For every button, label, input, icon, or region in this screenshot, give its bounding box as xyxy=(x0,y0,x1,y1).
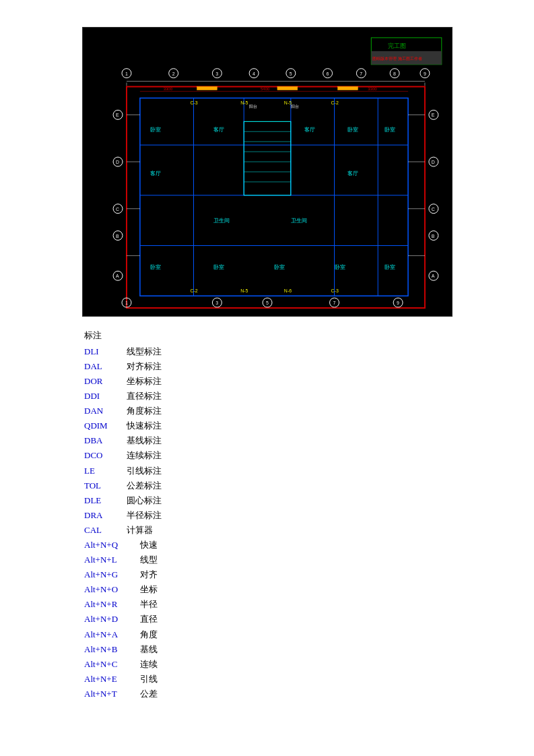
command-item: DBA 基线标注 xyxy=(84,433,453,448)
command-desc: 坐标标注 xyxy=(125,374,162,389)
command-desc: 线型标注 xyxy=(125,344,162,359)
shortcut-item: Alt+N+R 半径 xyxy=(84,597,453,612)
svg-text:B: B xyxy=(116,234,119,239)
command-desc: 基线标注 xyxy=(125,433,162,448)
command-item: DDI 直径标注 xyxy=(84,389,453,404)
svg-text:9: 9 xyxy=(423,71,426,76)
command-item: LE 引线标注 xyxy=(84,464,453,478)
shortcut-key: Alt+N+C xyxy=(84,657,138,672)
shortcut-desc: 对齐 xyxy=(138,567,158,582)
shortcut-key: Alt+N+T xyxy=(84,687,138,701)
svg-text:客厅: 客厅 xyxy=(304,127,314,133)
shortcut-key: Alt+N+O xyxy=(84,582,138,597)
svg-text:D: D xyxy=(116,160,119,164)
svg-rect-94 xyxy=(277,87,297,90)
svg-text:5: 5 xyxy=(266,301,269,305)
command-item: QDIM 快速标注 xyxy=(84,418,453,433)
shortcut-desc: 直径 xyxy=(138,612,158,627)
svg-text:卧室: 卧室 xyxy=(385,127,395,133)
shortcut-item: Alt+N+A 角度 xyxy=(84,627,453,642)
svg-text:3: 3 xyxy=(215,301,218,305)
svg-text:E: E xyxy=(116,113,119,117)
svg-text:B: B xyxy=(431,234,434,239)
command-item: CAL 计算器 xyxy=(84,523,453,538)
svg-text:卧室: 卧室 xyxy=(385,264,395,270)
shortcut-desc: 快速 xyxy=(138,538,158,553)
command-desc: 半径标注 xyxy=(125,508,162,523)
command-item: DAN 角度标注 xyxy=(84,404,453,418)
command-key: DAL xyxy=(84,359,125,374)
shortcut-item: Alt+N+O 坐标 xyxy=(84,582,453,597)
svg-text:C: C xyxy=(431,207,434,212)
svg-text:卧室: 卧室 xyxy=(347,127,358,133)
svg-text:C: C xyxy=(116,207,119,212)
command-key: DAN xyxy=(84,404,125,418)
svg-text:E: E xyxy=(431,113,434,117)
page-container: 完工图 图纸版本管理 施工图工作者 1 2 3 4 5 6 7 8 9 xyxy=(0,0,534,728)
shortcut-desc: 基线 xyxy=(138,642,158,657)
svg-text:9: 9 xyxy=(397,301,399,305)
shortcut-key: Alt+N+G xyxy=(84,567,138,582)
shortcut-desc: 半径 xyxy=(138,597,158,612)
command-desc: 计算器 xyxy=(125,523,153,538)
svg-text:D: D xyxy=(431,160,434,164)
command-desc: 快速标注 xyxy=(125,418,162,433)
svg-text:7: 7 xyxy=(333,301,335,305)
command-desc: 连续标注 xyxy=(125,448,162,463)
section-header: 标注 xyxy=(84,329,453,343)
command-key: LE xyxy=(84,464,125,478)
command-item: DAL 对齐标注 xyxy=(84,359,453,374)
command-key: CAL xyxy=(84,523,125,538)
svg-text:卫生间: 卫生间 xyxy=(290,218,306,224)
svg-text:客厅: 客厅 xyxy=(149,170,160,177)
svg-text:8: 8 xyxy=(393,71,396,76)
command-desc: 对齐标注 xyxy=(125,359,162,374)
svg-text:卧室: 卧室 xyxy=(149,264,160,270)
svg-text:N-5: N-5 xyxy=(240,100,248,105)
shortcut-item: Alt+N+C 连续 xyxy=(84,657,453,672)
command-item: DLI 线型标注 xyxy=(84,344,453,359)
shortcut-item: Alt+N+D 直径 xyxy=(84,612,453,627)
svg-text:1: 1 xyxy=(125,301,127,305)
command-item: DLE 圆心标注 xyxy=(84,493,453,508)
svg-text:5: 5 xyxy=(289,71,292,76)
command-item: DOR 坐标标注 xyxy=(84,374,453,389)
shortcut-desc: 角度 xyxy=(138,627,158,642)
svg-text:5400: 5400 xyxy=(261,87,270,91)
svg-text:3300: 3300 xyxy=(163,87,172,91)
svg-text:卧室: 卧室 xyxy=(213,264,224,270)
shortcut-key: Alt+N+R xyxy=(84,597,138,612)
svg-text:3300: 3300 xyxy=(368,87,377,91)
command-key: DOR xyxy=(84,374,125,389)
shortcut-desc: 公差 xyxy=(138,687,158,701)
svg-text:卫生间: 卫生间 xyxy=(213,218,230,224)
svg-text:C-3: C-3 xyxy=(190,100,197,105)
command-key: TOL xyxy=(84,478,125,493)
shortcut-desc: 连续 xyxy=(138,657,158,672)
shortcut-item: Alt+N+B 基线 xyxy=(84,642,453,657)
svg-text:客厅: 客厅 xyxy=(213,127,224,133)
command-key: DLE xyxy=(84,493,125,508)
shortcut-item: Alt+N+T 公差 xyxy=(84,687,453,701)
svg-text:阳台: 阳台 xyxy=(290,104,298,108)
shortcut-key: Alt+N+D xyxy=(84,612,138,627)
svg-text:3: 3 xyxy=(215,71,218,76)
svg-text:2: 2 xyxy=(172,71,174,76)
shortcut-key: Alt+N+Q xyxy=(84,538,138,553)
shortcut-key: Alt+N+B xyxy=(84,642,138,657)
svg-text:客厅: 客厅 xyxy=(347,170,358,177)
shortcut-desc: 引线 xyxy=(138,672,158,687)
shortcut-desc: 线型 xyxy=(138,553,158,567)
shortcut-item: Alt+N+G 对齐 xyxy=(84,567,453,582)
command-desc: 公差标注 xyxy=(125,478,162,493)
command-key: DBA xyxy=(84,433,125,448)
svg-rect-93 xyxy=(197,87,217,90)
svg-text:卧室: 卧室 xyxy=(149,127,160,133)
command-item: DRA 半径标注 xyxy=(84,508,453,523)
svg-text:A: A xyxy=(431,274,434,278)
shortcut-desc: 坐标 xyxy=(138,582,158,597)
svg-text:N-5: N-5 xyxy=(240,288,248,293)
command-desc: 直径标注 xyxy=(125,389,162,404)
command-key: QDIM xyxy=(84,418,125,433)
svg-rect-95 xyxy=(337,87,358,90)
